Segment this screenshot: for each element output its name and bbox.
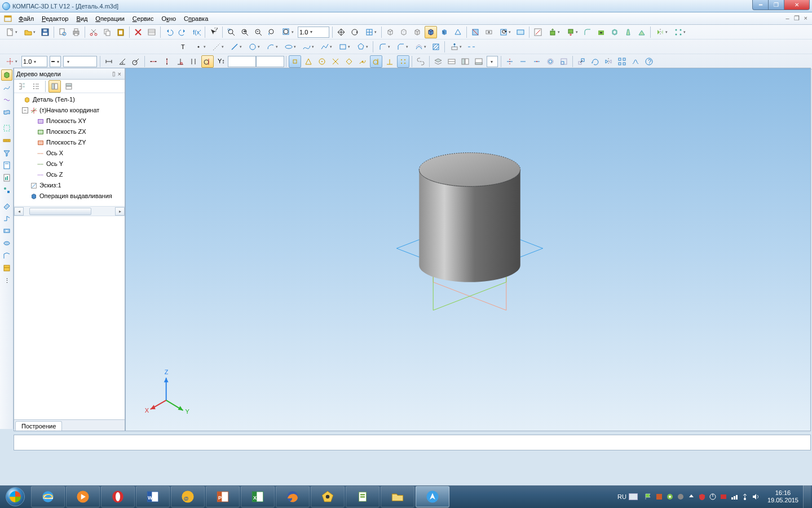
taskbar-firefox[interactable] — [276, 486, 310, 507]
tree-plane-xy[interactable]: Плоскость XY — [14, 116, 125, 126]
taskbar-app1[interactable] — [311, 486, 345, 507]
layer-props-button[interactable] — [445, 55, 458, 68]
edit-part-button[interactable] — [1, 69, 12, 81]
arc-button[interactable] — [263, 41, 280, 53]
scale-button[interactable] — [558, 55, 570, 68]
ellipse-button[interactable] — [281, 41, 298, 53]
constr-perp-button[interactable] — [174, 55, 187, 68]
snap-end-button[interactable] — [289, 55, 301, 68]
paste-button[interactable] — [114, 26, 127, 38]
move-button[interactable] — [575, 55, 588, 68]
aux-line-button[interactable] — [209, 41, 226, 53]
model-tree[interactable]: Деталь (Тел-1) − (т)Начало координат Пло… — [14, 93, 125, 206]
line-weight-dropdown[interactable]: 1.0 — [21, 56, 47, 67]
taskbar-app2[interactable] — [346, 486, 379, 507]
zoom-prev-button[interactable] — [266, 26, 278, 38]
tray-gpu-icon[interactable] — [666, 493, 674, 501]
chamfer-2d-button[interactable] — [394, 41, 411, 53]
zoom-in-button[interactable]: + — [239, 26, 251, 38]
project-button[interactable] — [447, 41, 464, 53]
measure-button[interactable] — [1, 135, 12, 146]
copy-button[interactable] — [101, 26, 113, 38]
snap-mid-button[interactable] — [302, 55, 315, 68]
hole-button[interactable] — [595, 26, 607, 38]
elements-button[interactable] — [1, 185, 12, 196]
properties-panel-button[interactable] — [473, 55, 485, 68]
equidist-button[interactable] — [544, 55, 557, 68]
constr-vert-button[interactable] — [161, 55, 173, 68]
extend-button[interactable] — [517, 55, 529, 68]
constr-tangent-button[interactable] — [201, 55, 214, 68]
pan-button[interactable] — [335, 26, 347, 38]
zoom-out-button[interactable]: - — [252, 26, 264, 38]
text-button[interactable]: T — [178, 41, 190, 53]
close-button[interactable]: ✕ — [784, 0, 810, 10]
library-button[interactable] — [1, 262, 12, 274]
simplify-button[interactable] — [483, 26, 495, 38]
aux-geom-button[interactable] — [1, 122, 12, 134]
break-button[interactable] — [465, 41, 478, 53]
sheet-bend-button[interactable] — [1, 213, 12, 224]
dim-angle-button[interactable] — [116, 55, 129, 68]
menu-window[interactable]: Окно — [158, 14, 180, 23]
maximize-button[interactable]: ❐ — [768, 0, 784, 10]
snap-near-button[interactable] — [356, 55, 369, 68]
viewport-3d[interactable]: Z Y X — [125, 68, 811, 431]
cut-button[interactable] — [87, 26, 100, 38]
fillet-2d-button[interactable] — [376, 41, 392, 53]
taskbar-opera[interactable] — [101, 486, 135, 507]
tree-axis-x[interactable]: Ось X — [14, 148, 125, 159]
cut-extrude-button[interactable] — [563, 26, 580, 38]
redraw-button[interactable] — [514, 26, 527, 38]
wireframe-button[interactable] — [384, 26, 396, 38]
print-button[interactable] — [70, 26, 82, 38]
redo-button[interactable] — [176, 26, 189, 38]
trim-button[interactable] — [504, 55, 516, 68]
constr-horiz-button[interactable] — [147, 55, 160, 68]
taskbar-wmp[interactable] — [66, 486, 100, 507]
tree-mode3-button[interactable] — [48, 80, 61, 93]
undo-button[interactable] — [163, 26, 175, 38]
new-sketch-button[interactable] — [532, 26, 544, 38]
taskbar-explorer[interactable] — [381, 486, 414, 507]
tray-volume-icon[interactable] — [752, 493, 760, 501]
perspective-button[interactable] — [452, 26, 464, 38]
mirror-button[interactable] — [653, 26, 670, 38]
dim-linear-button[interactable] — [103, 55, 115, 68]
taskbar-powerpoint[interactable]: P — [206, 486, 240, 507]
rebuild-button[interactable]: ⟳ — [496, 26, 513, 38]
tree-sketch[interactable]: Эскиз:1 — [14, 180, 125, 191]
tray-up-icon[interactable] — [687, 493, 695, 501]
rotate-button[interactable] — [348, 26, 361, 38]
tree-extrude[interactable]: Операция выдавливания — [14, 191, 125, 202]
circle-button[interactable] — [245, 41, 262, 53]
snap-center-button[interactable] — [316, 55, 328, 68]
copy-array-button[interactable] — [616, 55, 628, 68]
sheet-body-button[interactable] — [1, 200, 12, 212]
tree-plane-zy[interactable]: Плоскость ZY — [14, 137, 125, 148]
layout-dropdown[interactable] — [487, 56, 498, 67]
menu-help[interactable]: Справка — [180, 14, 212, 23]
tree-mode4-button[interactable] — [63, 80, 75, 93]
sheet-cut-button[interactable] — [1, 225, 12, 237]
hidden-removed-button[interactable] — [411, 26, 423, 38]
tray-power-icon[interactable] — [709, 493, 717, 501]
param1-input[interactable] — [228, 56, 256, 67]
tree-mode1-button[interactable] — [16, 80, 28, 93]
minimize-button[interactable]: ━ — [752, 0, 769, 10]
layers-button[interactable] — [432, 55, 444, 68]
tree-header[interactable]: Дерево модели ▯ × — [14, 68, 125, 80]
help-what-button[interactable]: ? — [643, 55, 655, 68]
print-preview-button[interactable] — [56, 26, 69, 38]
shaded-button[interactable] — [438, 26, 451, 38]
menu-editor[interactable]: Редактор — [38, 14, 72, 23]
start-button[interactable] — [0, 485, 30, 508]
menu-file[interactable]: Файл — [15, 14, 38, 23]
mdi-minimize[interactable]: – — [784, 15, 790, 22]
snap-quad-button[interactable] — [343, 55, 355, 68]
app-menu-icon[interactable] — [3, 14, 12, 23]
report-button[interactable] — [1, 172, 12, 183]
tree-axis-z[interactable]: Ось Z — [14, 169, 125, 180]
open-button[interactable] — [21, 26, 38, 38]
array-button[interactable] — [671, 26, 688, 38]
